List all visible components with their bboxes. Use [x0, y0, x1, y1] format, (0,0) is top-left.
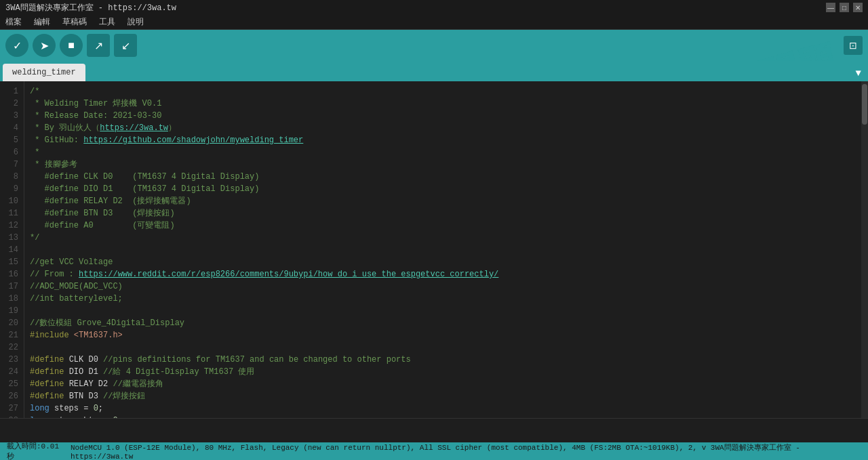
menu-edit[interactable]: 編輯	[31, 15, 53, 29]
menu-file[interactable]: 檔案	[3, 15, 24, 29]
code-area[interactable]: /* * Welding Timer 焊接機 V0.1 * Release Da…	[24, 81, 861, 418]
minimize-button[interactable]: —	[826, 3, 835, 12]
verify-button[interactable]: ✓	[5, 34, 28, 57]
menu-help[interactable]: 說明	[125, 15, 146, 29]
toolbar-right: ⊡	[844, 36, 863, 55]
toolbar: ✓ ➤ ■ ↗ ↙ ⊡	[0, 30, 868, 61]
tab-arrow-icon[interactable]: ▼	[852, 65, 865, 81]
serial-monitor-button[interactable]: ⊡	[844, 36, 863, 55]
window-controls: — □ ✕	[826, 3, 863, 12]
new-button[interactable]: ↗	[87, 34, 110, 57]
menu-bar: 檔案 編輯 草稿碼 工具 說明	[0, 15, 868, 30]
status-bar: 載入時間:0.01 秒 NodeMCU 1.0 (ESP-12E Module)…	[0, 442, 868, 460]
title-bar: 3WA問題解決專家工作室 - https://3wa.tw — □ ✕	[0, 0, 868, 15]
vertical-scrollbar[interactable]	[861, 81, 868, 418]
title-text: 3WA問題解決專家工作室 - https://3wa.tw	[5, 2, 176, 14]
close-button[interactable]: ✕	[853, 3, 863, 12]
active-tab[interactable]: welding_timer	[3, 64, 85, 81]
debug-button[interactable]: ■	[60, 34, 83, 57]
line-numbers: 12345 678910 1112131415 1617181920 21222…	[0, 81, 24, 418]
menu-sketch[interactable]: 草稿碼	[60, 15, 90, 29]
editor-container: 12345 678910 1112131415 1617181920 21222…	[0, 81, 868, 418]
upload-button[interactable]: ➤	[33, 34, 56, 57]
tab-label: welding_timer	[12, 68, 76, 77]
tab-bar: welding_timer ▼	[0, 61, 868, 81]
menu-tools[interactable]: 工具	[96, 15, 118, 29]
status-left: 載入時間:0.01 秒	[7, 441, 71, 460]
bottom-area	[0, 418, 868, 442]
open-button[interactable]: ↙	[114, 34, 137, 57]
maximize-button[interactable]: □	[840, 3, 849, 12]
scrollbar-thumb[interactable]	[862, 84, 867, 125]
status-right: NodeMCU 1.0 (ESP-12E Module), 80 MHz, Fl…	[71, 442, 861, 461]
